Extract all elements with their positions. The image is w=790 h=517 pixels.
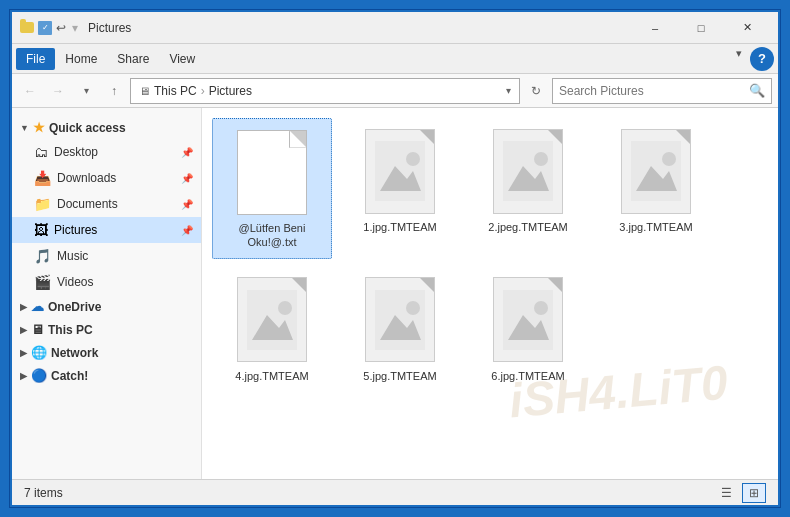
svg-point-5	[534, 152, 548, 166]
quick-access-header[interactable]: ▼ ★ Quick access	[12, 116, 201, 139]
file-item-2[interactable]: 2.jpeg.TMTEAM	[468, 118, 588, 259]
up-button[interactable]: ↑	[102, 79, 126, 103]
thispc-header[interactable]: ▶ 🖥 This PC	[12, 318, 201, 341]
maximize-button[interactable]: □	[678, 12, 724, 44]
doc-icon	[237, 130, 307, 215]
img-icon-5	[365, 277, 435, 362]
forward-button[interactable]: →	[46, 79, 70, 103]
network-header[interactable]: ▶ 🌐 Network	[12, 341, 201, 364]
search-box: 🔍	[552, 78, 772, 104]
menu-bar: File Home Share View ▾ ?	[12, 44, 778, 74]
view-large-btn[interactable]: ⊞	[742, 483, 766, 503]
sidebar-downloads-label: Downloads	[57, 171, 116, 185]
help-button[interactable]: ?	[750, 47, 774, 71]
svg-rect-6	[631, 141, 681, 201]
menu-file[interactable]: File	[16, 48, 55, 70]
sidebar-desktop-label: Desktop	[54, 145, 98, 159]
window-title: Pictures	[88, 21, 632, 35]
menu-home[interactable]: Home	[55, 48, 107, 70]
pictures-folder-icon: 🖼	[34, 222, 48, 238]
file-item-4[interactable]: 4.jpg.TMTEAM	[212, 267, 332, 391]
sidebar-item-music[interactable]: 🎵 Music	[12, 243, 201, 269]
quick-save-icon[interactable]: ✓	[38, 21, 52, 35]
close-button[interactable]: ✕	[724, 12, 770, 44]
file-item-5[interactable]: 5.jpg.TMTEAM	[340, 267, 460, 391]
sidebar-item-downloads[interactable]: 📥 Downloads 📌	[12, 165, 201, 191]
thispc-label: This PC	[48, 323, 93, 337]
desktop-folder-icon: 🗂	[34, 144, 48, 160]
undo-icon[interactable]: ↩	[56, 21, 66, 35]
file-thumbnail-3	[616, 126, 696, 216]
file-item-6[interactable]: 6.jpg.TMTEAM	[468, 267, 588, 391]
desktop-pin-icon: 📌	[181, 147, 193, 158]
svg-rect-9	[247, 290, 297, 350]
minimize-button[interactable]: –	[632, 12, 678, 44]
path-this-pc-label[interactable]: This PC	[154, 84, 197, 98]
onedrive-label: OneDrive	[48, 300, 101, 314]
network-chevron: ▶	[20, 348, 27, 358]
file-thumbnail-5	[360, 275, 440, 365]
catch-header[interactable]: ▶ 🔵 Catch!	[12, 364, 201, 387]
file-label-1: 1.jpg.TMTEAM	[363, 220, 436, 234]
file-item-1[interactable]: 1.jpg.TMTEAM	[340, 118, 460, 259]
sidebar-item-videos[interactable]: 🎬 Videos	[12, 269, 201, 295]
back-button[interactable]: ←	[18, 79, 42, 103]
img-icon-2	[493, 129, 563, 214]
search-input[interactable]	[559, 84, 749, 98]
svg-rect-15	[503, 290, 553, 350]
quick-access-label: Quick access	[49, 121, 126, 135]
sidebar-pictures-label: Pictures	[54, 223, 97, 237]
title-bar: ✓ ↩ ▾ Pictures – □ ✕	[12, 12, 778, 44]
file-thumbnail-txt	[232, 127, 312, 217]
view-list-btn[interactable]: ☰	[714, 483, 738, 503]
svg-point-11	[278, 301, 292, 315]
file-thumbnail-4	[232, 275, 312, 365]
img-icon-6	[493, 277, 563, 362]
file-label-4: 4.jpg.TMTEAM	[235, 369, 308, 383]
path-this-pc: 🖥	[139, 85, 150, 97]
img-icon-3	[621, 129, 691, 214]
network-label: Network	[51, 346, 98, 360]
downloads-folder-icon: 📥	[34, 170, 51, 186]
sidebar: ▼ ★ Quick access 🗂 Desktop 📌 📥 Downloads…	[12, 108, 202, 479]
thispc-chevron: ▶	[20, 325, 27, 335]
sidebar-documents-label: Documents	[57, 197, 118, 211]
mini-folder-icon	[20, 22, 34, 33]
path-dropdown[interactable]: ▾	[506, 85, 511, 96]
catch-icon: 🔵	[31, 368, 47, 383]
img-icon-1	[365, 129, 435, 214]
sidebar-item-documents[interactable]: 📁 Documents 📌	[12, 191, 201, 217]
refresh-button[interactable]: ↻	[524, 79, 548, 103]
file-thumbnail-2	[488, 126, 568, 216]
onedrive-header[interactable]: ▶ ☁ OneDrive	[12, 295, 201, 318]
file-item-3[interactable]: 3.jpg.TMTEAM	[596, 118, 716, 259]
catch-chevron: ▶	[20, 371, 27, 381]
view-controls: ☰ ⊞	[714, 483, 766, 503]
onedrive-icon: ☁	[31, 299, 44, 314]
img-icon-4	[237, 277, 307, 362]
item-count: 7 items	[24, 486, 63, 500]
svg-point-2	[406, 152, 420, 166]
menu-view[interactable]: View	[159, 48, 205, 70]
music-folder-icon: 🎵	[34, 248, 51, 264]
menu-share[interactable]: Share	[107, 48, 159, 70]
path-pictures-label[interactable]: Pictures	[209, 84, 252, 98]
file-label-5: 5.jpg.TMTEAM	[363, 369, 436, 383]
pictures-pin-icon: 📌	[181, 225, 193, 236]
svg-rect-12	[375, 290, 425, 350]
svg-point-14	[406, 301, 420, 315]
search-icon[interactable]: 🔍	[749, 83, 765, 98]
address-path[interactable]: 🖥 This PC › Pictures ▾	[130, 78, 520, 104]
file-item-txt[interactable]: @Lütfen Beni Oku!@.txt	[212, 118, 332, 259]
path-sep-1: ›	[201, 84, 205, 98]
file-label-3: 3.jpg.TMTEAM	[619, 220, 692, 234]
dropdown-nav-btn[interactable]: ▾	[74, 79, 98, 103]
svg-rect-3	[503, 141, 553, 201]
sidebar-item-desktop[interactable]: 🗂 Desktop 📌	[12, 139, 201, 165]
sidebar-item-pictures[interactable]: 🖼 Pictures 📌	[12, 217, 201, 243]
file-label-2: 2.jpeg.TMTEAM	[488, 220, 567, 234]
onedrive-chevron: ▶	[20, 302, 27, 312]
address-bar: ← → ▾ ↑ 🖥 This PC › Pictures ▾ ↻ 🔍	[12, 74, 778, 108]
expand-ribbon-btn[interactable]: ▾	[736, 47, 742, 71]
quick-access-star-icon: ★	[33, 120, 45, 135]
